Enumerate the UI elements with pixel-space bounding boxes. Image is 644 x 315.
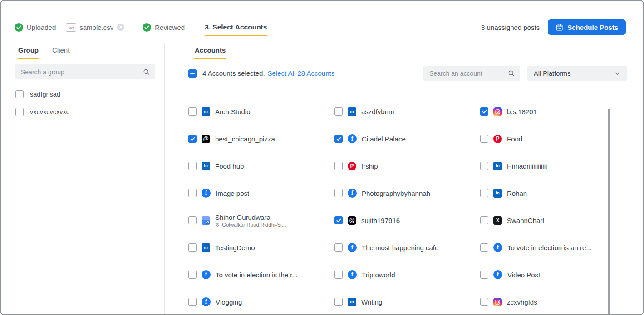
tab-group[interactable]: Group <box>18 46 39 59</box>
account-name: Photographybyhannah <box>362 189 430 197</box>
group-search-box[interactable] <box>15 64 155 79</box>
account-item: b.s.18201 <box>477 98 617 125</box>
linkedin-icon: in <box>202 107 210 116</box>
account-item: fTriptoworld <box>332 261 477 288</box>
group-checkbox[interactable] <box>15 90 24 98</box>
facebook-icon: f <box>493 270 502 279</box>
account-name-wrap: Shihor GurudwaraGolwalkar Road,Riddhi-Si… <box>215 213 286 228</box>
account-checkbox[interactable] <box>334 298 343 306</box>
account-search-box[interactable] <box>423 66 520 81</box>
select-all-checkbox[interactable] <box>188 69 197 78</box>
account-item: fCitadel Palace <box>332 125 477 152</box>
account-name-wrap: TestingDemo <box>215 244 255 252</box>
group-item: sadfgnsad <box>15 90 155 98</box>
group-search-input[interactable] <box>20 68 143 76</box>
account-name: Video Post <box>507 271 540 279</box>
tab-accounts[interactable]: Accounts <box>194 46 226 59</box>
account-name: best_chicago_pizza <box>215 135 275 143</box>
top-bar: Uploaded csv sample.csv ✕ Reviewed 3. Se… <box>15 19 626 35</box>
account-name-wrap: zcxvhgfds <box>507 298 537 306</box>
account-name-wrap: Himadriiiiiiiiiiii <box>507 162 547 170</box>
account-name: To vote in election is the r... <box>216 271 298 279</box>
facebook-icon: f <box>348 243 357 252</box>
account-checkbox[interactable] <box>334 216 343 224</box>
account-name-wrap: Video Post <box>507 271 540 279</box>
account-name-wrap: To vote in election is an re... <box>507 244 592 252</box>
select-all-accounts-link[interactable]: Select All 28 Accounts <box>268 69 335 77</box>
account-checkbox[interactable] <box>188 271 197 279</box>
account-item: fImage post <box>186 179 332 207</box>
accounts-panel: Accounts 4 Accounts selected. Select All… <box>186 46 627 81</box>
account-name: Himadriiiiiiiiiiii <box>507 162 547 170</box>
account-checkbox[interactable] <box>480 107 488 116</box>
linkedin-icon: in <box>493 189 502 198</box>
account-name-wrap: Arch Studio <box>215 108 251 116</box>
group-label: sadfgnsad <box>30 91 60 98</box>
account-name: To vote in election is an re... <box>507 244 592 252</box>
account-checkbox[interactable] <box>334 271 343 279</box>
remove-file-icon[interactable]: ✕ <box>117 24 124 31</box>
account-name: zcxvhgfds <box>507 298 537 306</box>
account-item: zcxvhgfds <box>477 288 617 315</box>
account-name-wrap: SwannCharl <box>507 217 544 224</box>
step-select-accounts-tab[interactable]: 3. Select Accounts <box>205 23 267 36</box>
account-checkbox[interactable] <box>188 189 197 197</box>
account-name-wrap: The most happening cafe <box>362 244 438 252</box>
account-checkbox[interactable] <box>334 243 343 252</box>
account-checkbox[interactable] <box>480 135 488 143</box>
account-name-wrap: Image post <box>216 189 249 197</box>
account-search-input[interactable] <box>428 69 508 78</box>
schedule-posts-button[interactable]: Schedule Posts <box>548 19 626 35</box>
account-name-wrap: Food <box>507 135 522 143</box>
group-list: sadfgnsadvxcvxcvcxvxc <box>15 90 155 116</box>
account-item: inArch Studio <box>186 98 332 125</box>
account-checkbox[interactable] <box>188 107 197 116</box>
sidebar-tabs: Group Client <box>15 46 155 59</box>
account-checkbox[interactable] <box>480 271 488 279</box>
account-name: Triptoworld <box>362 271 395 279</box>
account-checkbox[interactable] <box>480 162 488 170</box>
account-name-wrap: Rohan <box>507 189 527 197</box>
app-window: Uploaded csv sample.csv ✕ Reviewed 3. Se… <box>0 0 644 315</box>
account-item: Pfrship <box>332 152 477 179</box>
account-checkbox[interactable] <box>188 135 197 143</box>
search-icon <box>508 70 515 77</box>
account-checkbox[interactable] <box>480 243 488 252</box>
account-checkbox[interactable] <box>480 216 488 224</box>
account-name: Shihor Gurudwara <box>215 213 286 221</box>
account-checkbox[interactable] <box>188 298 197 306</box>
account-name-wrap: Writing <box>361 298 382 306</box>
account-checkbox[interactable] <box>334 135 343 143</box>
vertical-scrollbar[interactable] <box>608 109 610 314</box>
account-name: Rohan <box>507 189 527 197</box>
schedule-posts-label: Schedule Posts <box>567 24 618 31</box>
accounts-toolbar: 4 Accounts selected. Select All 28 Accou… <box>186 66 627 81</box>
chevron-down-icon <box>614 70 620 77</box>
tab-client[interactable]: Client <box>52 46 69 59</box>
threads-icon: @ <box>202 135 210 143</box>
account-name-wrap: To vote in election is the r... <box>216 271 298 279</box>
platform-filter-dropdown[interactable]: All Platforms <box>527 66 627 81</box>
account-item: GShihor GurudwaraGolwalkar Road,Riddhi-S… <box>186 207 332 234</box>
account-checkbox[interactable] <box>188 243 197 252</box>
linkedin-icon: in <box>202 162 210 170</box>
group-checkbox[interactable] <box>15 108 24 116</box>
account-name: TestingDemo <box>215 244 255 252</box>
account-checkbox[interactable] <box>334 162 343 170</box>
platform-filter-value: All Platforms <box>534 70 570 77</box>
instagram-icon <box>493 298 502 306</box>
account-checkbox[interactable] <box>334 107 343 116</box>
account-checkbox[interactable] <box>480 298 488 306</box>
account-checkbox[interactable] <box>334 189 343 197</box>
account-checkbox[interactable] <box>188 162 197 170</box>
linkedin-icon: in <box>348 107 356 116</box>
linkedin-icon: in <box>348 298 356 306</box>
account-checkbox[interactable] <box>480 189 488 197</box>
facebook-icon: f <box>348 270 357 279</box>
account-checkbox[interactable] <box>188 216 197 224</box>
account-item: inRohan <box>477 179 617 207</box>
group-label: vxcvxcvcxvxc <box>30 108 69 116</box>
x-icon: X <box>493 216 502 225</box>
account-name: frship <box>361 162 378 170</box>
account-item: inaszdfvbnm <box>332 98 477 125</box>
